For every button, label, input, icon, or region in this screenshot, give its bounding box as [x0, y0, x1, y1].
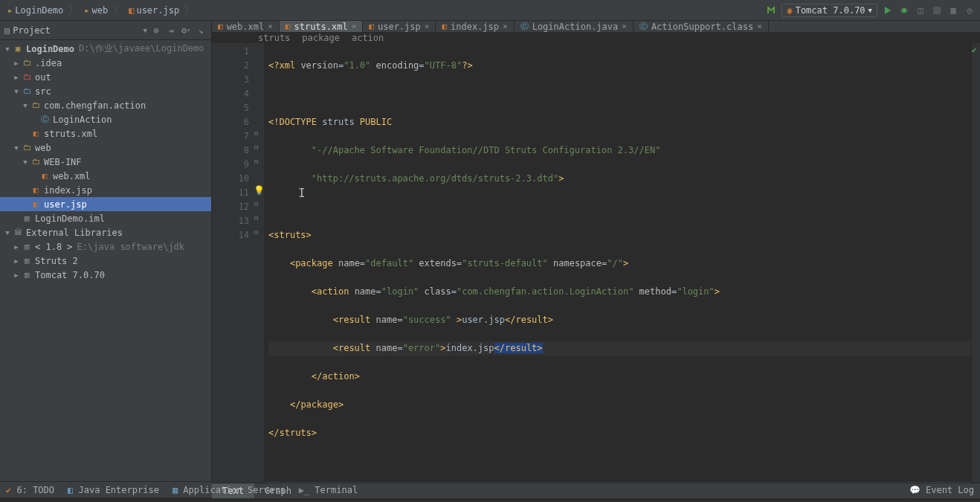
line-number: 2	[212, 59, 249, 73]
tree-web-xml[interactable]: ◧web.xml	[0, 169, 211, 183]
tree-tomcat-lib[interactable]: ▶▥Tomcat 7.0.70	[0, 268, 211, 282]
folder-icon: 🗀	[21, 58, 33, 68]
breadcrumb-web[interactable]: ▸ web	[81, 4, 111, 17]
web-folder-icon: 🗀	[21, 143, 33, 152]
run-button[interactable]	[882, 4, 894, 16]
source-folder-icon: 🗀	[21, 86, 33, 96]
breadcrumb-file[interactable]: ◧ user.jsp	[126, 4, 182, 17]
tree-idea-folder[interactable]: ▶🗀.idea	[0, 56, 211, 70]
close-icon[interactable]: ×	[503, 22, 508, 31]
tab-web-xml[interactable]: ◧web.xml×	[212, 21, 280, 32]
close-icon[interactable]: ×	[268, 22, 273, 31]
fold-end-icon[interactable]: ⊟	[254, 214, 258, 222]
fold-marker-icon[interactable]: ⊟	[254, 144, 258, 151]
breadcrumb-label: LoginDemo	[15, 5, 63, 16]
breadcrumb-label: web	[92, 5, 109, 16]
line-number: 14	[212, 228, 249, 242]
hide-panel-icon[interactable]: ↘	[195, 25, 207, 36]
close-icon[interactable]: ×	[352, 22, 357, 31]
run-configuration-selector[interactable]: ◉ Tomcat 7.0.70 ▼	[781, 4, 877, 17]
fold-marker-icon[interactable]: ⊟	[254, 129, 258, 137]
line-number: 1	[212, 45, 249, 59]
tree-struts2-lib[interactable]: ▶▥Struts 2	[0, 254, 211, 268]
tab-label: LoginAction.java	[532, 22, 619, 32]
library-icon: ▥	[21, 270, 33, 280]
java-class-icon: Ⓒ	[39, 114, 51, 125]
tree-user-jsp[interactable]: ◧user.jsp	[0, 197, 211, 211]
folder-icon: 🗀	[21, 72, 33, 82]
tree-web-folder[interactable]: ▼🗀web	[0, 141, 211, 155]
scroll-from-source-icon[interactable]: ⊕	[150, 25, 162, 36]
breadcrumb-label: user.jsp	[136, 5, 179, 16]
crumb-package[interactable]: package	[302, 33, 340, 43]
tree-jdk[interactable]: ▶▥< 1.8 >E:\java software\jdk	[0, 239, 211, 254]
jdk-icon: ▥	[21, 242, 33, 251]
library-icon: 🏛	[12, 228, 24, 237]
project-panel-icon: ▤	[4, 25, 10, 36]
build-icon[interactable]	[765, 4, 777, 16]
tab-user-jsp[interactable]: ◧user.jsp×	[363, 21, 436, 32]
tree-login-action-class[interactable]: ⒸLoginAction	[0, 112, 211, 126]
status-java-enterprise[interactable]: ◧ Java Enterprise	[68, 485, 159, 495]
tab-index-jsp[interactable]: ◧index.jsp×	[436, 21, 514, 32]
layout-button[interactable]: ▦	[947, 4, 959, 16]
folder-icon: ▸	[84, 5, 89, 16]
tree-out-folder[interactable]: ▶🗀out	[0, 70, 211, 84]
tree-src-folder[interactable]: ▼🗀src	[0, 84, 211, 98]
crumb-struts[interactable]: struts	[258, 33, 290, 43]
tree-external-libraries[interactable]: ▼🏛External Libraries	[0, 225, 211, 239]
event-log-button[interactable]: 💬 Event Log	[909, 485, 974, 495]
line-number: 9	[212, 158, 249, 172]
close-icon[interactable]: ×	[425, 22, 430, 31]
collapse-all-icon[interactable]: ⇥	[165, 25, 177, 36]
fold-marker-icon[interactable]: ⊟	[254, 158, 258, 165]
analysis-ok-icon: ✔	[972, 45, 977, 55]
breadcrumb-separator-icon: 〉	[184, 6, 196, 15]
editor-tabs: ◧web.xml× ◧struts.xml× ◧user.jsp× ◧index…	[212, 21, 980, 33]
status-terminal[interactable]: ▶_ Terminal	[299, 485, 358, 495]
library-icon: ▥	[21, 256, 33, 266]
structure-crumb-bar: struts package action	[212, 33, 980, 43]
status-app-servers[interactable]: ▦ Application Servers	[173, 485, 286, 495]
breadcrumb-project[interactable]: ▸ LoginDemo	[4, 4, 66, 17]
intention-bulb-icon[interactable]: 💡	[254, 185, 265, 196]
jsp-file-icon: ◧	[369, 22, 374, 31]
tab-action-support-class[interactable]: ⒸActionSupport.class×	[634, 21, 769, 32]
chevron-down-icon[interactable]: ▼	[144, 27, 147, 34]
tab-login-action-java[interactable]: ⒸLoginAction.java×	[515, 21, 634, 32]
line-number: 12	[212, 200, 249, 214]
line-number: 13	[212, 214, 249, 228]
chevron-down-icon: ▼	[868, 7, 872, 14]
search-everywhere-button[interactable]: ◎	[964, 4, 976, 16]
tree-project-root[interactable]: ▼▣LoginDemoD:\作业\javaee\LoginDemo	[0, 42, 211, 56]
project-tree[interactable]: ▼▣LoginDemoD:\作业\javaee\LoginDemo ▶🗀.ide…	[0, 40, 211, 283]
line-number-gutter[interactable]: 1 2 3 4 5 6 7 8 9 10 11 12 13 14	[212, 43, 254, 483]
close-icon[interactable]: ×	[757, 22, 762, 31]
debug-button[interactable]	[898, 4, 910, 16]
fold-end-icon[interactable]: ⊟	[254, 228, 258, 236]
line-number: 8	[212, 144, 249, 158]
error-stripe[interactable]: ✔	[971, 43, 980, 483]
stop-button[interactable]	[931, 4, 943, 16]
fold-end-icon[interactable]: ⊟	[254, 200, 258, 207]
line-number: 7	[212, 129, 249, 144]
coverage-button[interactable]: ◫	[915, 4, 926, 16]
fold-gutter[interactable]: ⊟ ⊟ ⊟ 💡 ⊟ ⊟ ⊟	[254, 43, 264, 483]
xml-file-icon: ◧	[218, 22, 223, 31]
close-icon[interactable]: ×	[622, 22, 627, 31]
tree-index-jsp[interactable]: ◧index.jsp	[0, 183, 211, 197]
xml-file-icon: ◧	[286, 22, 291, 31]
todo-icon: ✔	[6, 485, 11, 495]
tree-iml-file[interactable]: ▧LoginDemo.iml	[0, 211, 211, 225]
status-todo[interactable]: ✔ 6: TODO	[6, 485, 54, 495]
tab-struts-xml[interactable]: ◧struts.xml×	[280, 21, 364, 32]
editor-body: 1 2 3 4 5 6 7 8 9 10 11 12 13 14 ⊟ ⊟ ⊟ 💡	[212, 43, 980, 483]
javaee-icon: ◧	[68, 485, 73, 495]
line-number: 6	[212, 115, 249, 129]
tree-package[interactable]: ▼🗀com.chengfan.action	[0, 98, 211, 112]
tree-struts-xml[interactable]: ◧struts.xml	[0, 126, 211, 141]
code-editor[interactable]: <?xml version="1.0" encoding="UTF-8"?> <…	[264, 43, 971, 483]
tree-webinf-folder[interactable]: ▼🗀WEB-INF	[0, 155, 211, 169]
crumb-action[interactable]: action	[352, 33, 384, 43]
settings-gear-icon[interactable]: ⚙▾	[180, 25, 192, 36]
